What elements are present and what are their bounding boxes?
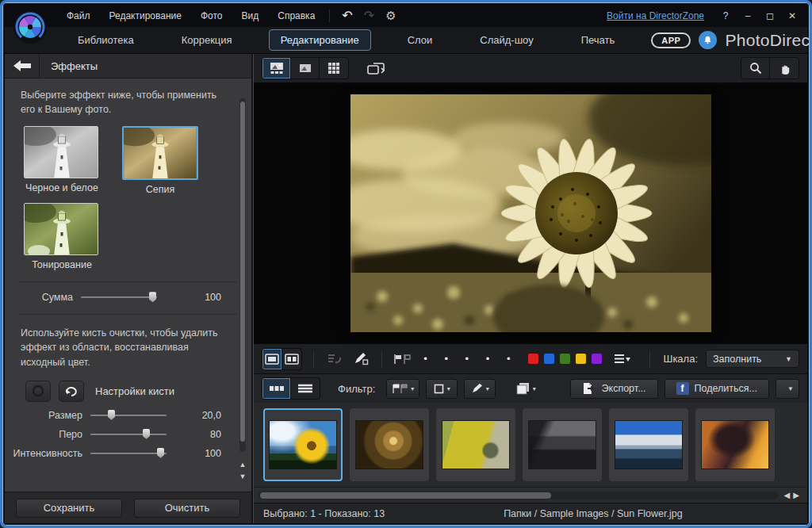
compare-icon[interactable] [362,58,390,78]
clear-button[interactable]: Очистить [134,499,240,518]
photodirector-window: Файл Редактирование Фото Вид Справка ↶ ↷… [0,0,812,528]
flag-icons[interactable] [393,349,413,369]
color-label-blue[interactable] [544,354,554,364]
chevron-down-icon: ▼ [787,385,794,392]
zoom-tool-icon[interactable] [741,58,770,78]
thumbnail-view-icon[interactable] [262,378,291,399]
export-button[interactable]: Экспорт... [570,379,658,399]
effect-black-white[interactable]: Черное и белое [24,126,100,195]
menu-file[interactable]: Файл [59,7,98,25]
redo-icon: ↷ [358,6,380,26]
main-area: • • • • • Шкала: Заполнить ▼ [253,54,807,523]
tab-edit[interactable]: Редактирование [269,29,371,51]
help-button[interactable]: ? [717,7,734,25]
effect-sepia-thumbnail [122,126,198,180]
module-tab-bar: Библиотека Коррекция Редактирование Слои… [5,27,807,54]
filmstrip-scrollbar-row: ◀▶ [254,487,807,503]
color-label-yellow[interactable] [576,354,586,364]
filmstrip-thumb-sunset[interactable] [695,408,775,481]
amount-label: Сумма [5,292,81,303]
filter-edited-dropdown[interactable]: ▾ [464,379,496,399]
scroll-up-icon[interactable]: ▲ [239,461,247,469]
viewer-filmstrip-mode-button[interactable] [262,58,291,78]
notification-bell-icon[interactable] [699,31,717,49]
intensity-value: 100 [193,448,223,459]
photo-canvas[interactable] [254,83,807,343]
grid-mode-button[interactable] [320,58,348,78]
tab-layers[interactable]: Слои [396,30,444,50]
intensity-slider[interactable] [90,448,167,459]
filter-rating-dropdown[interactable]: ▾ [426,379,458,399]
back-arrow-icon[interactable] [5,54,40,78]
export-icon [582,382,596,395]
panel-title: Эффекты [51,60,98,72]
effects-sidebar: Эффекты Выберите эффект ниже, чтобы прим… [5,54,252,523]
feather-slider[interactable] [90,429,167,440]
tab-library[interactable]: Библиотека [67,30,145,50]
filmstrip-thumb-sunflower[interactable] [263,408,343,481]
settings-gear-icon[interactable]: ⚙ [380,9,401,23]
color-label-purple[interactable] [592,354,602,364]
size-label: Размер [5,410,90,421]
chevron-down-icon: ▼ [785,355,792,363]
effects-intro-text: Выберите эффект ниже, чтобы применить ег… [21,88,220,117]
amount-slider-row: Сумма 100 [5,292,251,303]
undo-icon[interactable]: ↶ [336,6,358,26]
browser-toolbar: Фильтр: ▾ ▾ ▾ ▾ Экспорт... [254,373,807,403]
stack-dropdown[interactable]: ▾ [510,379,542,399]
menubar-divider [329,10,330,22]
sidebar-scrollbar[interactable] [239,98,246,452]
size-slider[interactable] [90,410,167,421]
effect-tint[interactable]: Тонирование [24,203,100,270]
pan-hand-icon[interactable] [770,58,799,78]
filmstrip-thumb-mountain-lake[interactable] [609,408,688,481]
amount-slider[interactable] [81,292,157,303]
tab-adjustment[interactable]: Коррекция [170,30,243,50]
minimize-button[interactable]: – [739,7,756,25]
effect-sepia[interactable]: Сепия [122,126,198,195]
filmstrip-thumb-boats[interactable] [523,408,602,481]
save-button[interactable]: Сохранить [16,499,122,518]
split-view-icon[interactable] [282,349,301,369]
brush-tool-button[interactable] [25,381,51,402]
tab-print[interactable]: Печать [570,30,626,50]
amount-value: 100 [193,292,223,303]
filter-flags-dropdown[interactable]: ▾ [386,379,419,399]
history-list-icon[interactable] [325,349,345,369]
tab-slideshow[interactable]: Слайд-шоу [469,30,544,50]
color-label-green[interactable] [560,354,570,364]
menu-edit[interactable]: Редактирование [102,7,190,25]
directorzone-signin-link[interactable]: Войти на DirectorZone [607,10,704,21]
close-button[interactable]: ✕ [783,7,801,25]
menu-help[interactable]: Справка [270,7,323,25]
filmstrip-thumb-spiral[interactable] [350,408,429,481]
strip-left-icon[interactable]: ◀ [784,491,794,499]
app-logo-icon [12,9,48,45]
scale-dropdown[interactable]: Заполнить ▼ [706,350,799,368]
brush-settings-label: Настройки кисти [95,385,174,397]
filmstrip-scrollbar[interactable] [259,492,778,499]
scroll-down-icon[interactable]: ▼ [239,473,247,480]
feather-value: 80 [193,429,223,440]
share-facebook-button[interactable]: f Поделиться... [665,379,769,399]
rating-dots[interactable]: • • • • • [423,353,517,365]
single-view-icon[interactable] [262,349,282,369]
scale-label: Шкала: [663,353,698,365]
filmstrip-thumb-bicycle[interactable] [436,408,515,481]
filmstrip [254,403,807,487]
photo-sun-flower-sepia [350,94,711,332]
menu-photo[interactable]: Фото [193,7,231,25]
draw-pencil-icon[interactable] [350,349,370,369]
eraser-tool-button[interactable] [59,381,84,402]
color-label-red[interactable] [528,354,538,364]
sort-menu-icon[interactable] [608,349,637,369]
app-badge[interactable]: APP [651,33,691,48]
share-options-dropdown[interactable]: ▼ [776,379,799,399]
strip-right-icon[interactable]: ▶ [793,491,802,499]
viewer-only-mode-button[interactable] [291,58,320,78]
menu-view[interactable]: Вид [234,7,267,25]
brand-wordmark: PhotoDirector [725,31,812,50]
list-view-icon[interactable] [291,378,320,399]
intensity-label: Интенсивность [5,448,90,459]
maximize-button[interactable]: ◻ [761,7,779,25]
